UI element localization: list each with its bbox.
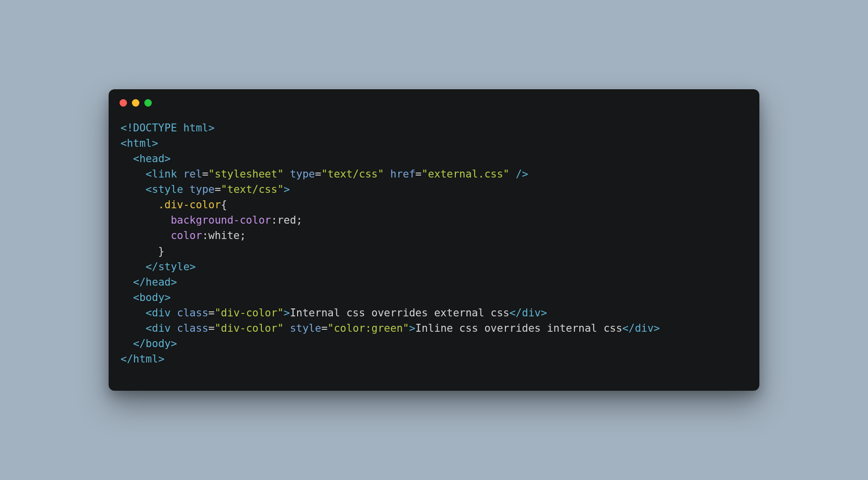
code-token: > (654, 322, 660, 334)
code-token: < (146, 168, 152, 180)
code-token: "div-color" (215, 322, 284, 334)
code-token: class (177, 307, 208, 319)
code-token: red (277, 214, 296, 226)
code-token: Internal css overrides external css (290, 307, 509, 319)
code-token: div (152, 307, 171, 319)
code-token: = (415, 168, 422, 180)
window-titlebar (109, 89, 759, 107)
code-token: </ (509, 307, 522, 319)
code-token (284, 168, 290, 180)
code-token: body (139, 292, 165, 303)
code-token: div (152, 322, 171, 334)
code-token: = (215, 183, 221, 195)
code-token (384, 168, 390, 180)
code-token: = (208, 307, 215, 319)
close-icon[interactable] (120, 99, 127, 107)
code-token: > (171, 338, 177, 350)
code-token: > (171, 276, 177, 288)
code-token (183, 183, 189, 195)
code-token: : (271, 214, 277, 226)
code-token: style (152, 183, 183, 195)
code-token: html (127, 137, 152, 149)
code-token: href (390, 168, 416, 180)
code-token (171, 322, 177, 334)
code-token: </ (121, 353, 133, 365)
code-token: Inline css overrides internal css (415, 322, 622, 334)
code-token: "color:green" (327, 322, 409, 334)
code-token: > (284, 183, 290, 195)
code-token: < (133, 292, 139, 303)
code-token: "text/css" (321, 168, 384, 180)
code-token: = (202, 168, 208, 180)
code-token: head (146, 276, 171, 288)
code-token: type (290, 168, 315, 180)
code-token: </ (133, 338, 145, 350)
code-token: = (321, 322, 328, 334)
code-token: style (290, 322, 321, 334)
code-token: class (177, 322, 208, 334)
code-token: div (635, 322, 654, 334)
code-token: background-color (171, 214, 271, 226)
code-token (171, 307, 177, 319)
minimize-icon[interactable] (132, 99, 139, 107)
code-token: </ (133, 276, 145, 288)
code-window: <!DOCTYPE html> <html> <head> <link rel=… (109, 89, 759, 391)
code-token: rel (183, 168, 202, 180)
code-token: > (409, 322, 416, 334)
code-token: > (152, 137, 158, 149)
code-token: white (208, 230, 240, 241)
code-token: ; (240, 230, 246, 241)
code-token: body (146, 338, 171, 350)
code-token: div (522, 307, 541, 319)
code-token: style (158, 261, 189, 273)
code-token: "external.css" (422, 168, 509, 180)
code-token (177, 168, 184, 180)
code-token: < (146, 183, 152, 195)
code-token: link (152, 168, 177, 180)
code-token: > (165, 153, 171, 165)
code-token: = (208, 322, 215, 334)
code-token: type (189, 183, 215, 195)
code-token: > (189, 261, 196, 273)
code-token: < (146, 307, 152, 319)
code-token: head (139, 153, 165, 165)
code-token: } (158, 245, 165, 257)
code-token: : (202, 230, 208, 241)
code-token: < (133, 153, 139, 165)
code-token: < (121, 137, 127, 149)
code-token: "stylesheet" (208, 168, 284, 180)
code-token: > (284, 307, 290, 319)
code-token: /> (509, 168, 528, 180)
code-token (284, 322, 290, 334)
code-token: ; (296, 214, 303, 226)
code-token: <!DOCTYPE html> (121, 122, 215, 134)
code-token: "div-color" (215, 307, 284, 319)
maximize-icon[interactable] (144, 99, 152, 107)
code-token: < (146, 322, 152, 334)
code-token: { (221, 199, 227, 211)
code-token: > (158, 353, 165, 365)
code-token: = (315, 168, 321, 180)
code-token: > (165, 292, 171, 303)
code-token: "text/css" (221, 183, 283, 195)
code-token: html (133, 353, 158, 365)
code-token: .div-color (158, 199, 221, 211)
code-token: > (541, 307, 547, 319)
code-token: </ (146, 261, 158, 273)
code-content: <!DOCTYPE html> <html> <head> <link rel=… (109, 107, 759, 391)
code-token: color (171, 230, 202, 241)
code-token: </ (622, 322, 635, 334)
